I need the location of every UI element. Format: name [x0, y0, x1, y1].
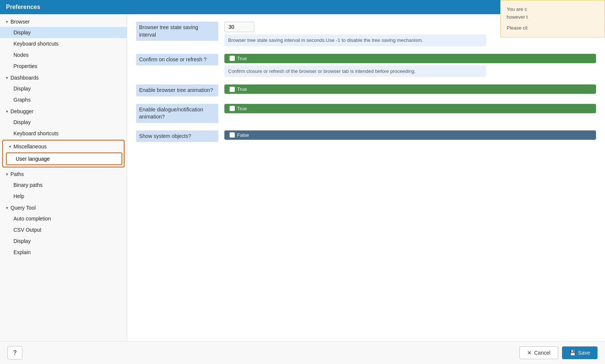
- browser-tree-animation-toggle[interactable]: True: [224, 84, 596, 94]
- sidebar-item-user-language[interactable]: User language: [6, 152, 122, 165]
- sidebar-group-debugger[interactable]: ▾ Debugger: [0, 105, 127, 117]
- sidebar-group-browser[interactable]: ▾ Browser: [0, 16, 127, 27]
- dialog-title: Preferences: [6, 4, 40, 10]
- notification-line3: Please cli: [507, 24, 599, 32]
- sidebar-group-miscellaneous[interactable]: ▾ Miscellaneous: [3, 141, 124, 152]
- sidebar-group-debugger-label: Debugger: [10, 108, 34, 114]
- sidebar-group-miscellaneous-container: ▾ Miscellaneous User language: [2, 140, 125, 167]
- preferences-dialog: Preferences You are c however t Please c…: [0, 0, 605, 364]
- sidebar-item-csv-output[interactable]: CSV Output: [0, 224, 127, 235]
- save-button[interactable]: 💾 Save: [562, 346, 598, 359]
- toggle-knob-icon-2: [230, 87, 235, 92]
- dialogue-animation-toggle-label: True: [237, 106, 247, 111]
- show-system-toggle-label: False: [237, 132, 249, 138]
- cancel-label: Cancel: [534, 350, 550, 356]
- dialogue-animation-toggle[interactable]: True: [224, 104, 596, 113]
- pref-label-show-system: Show system objects?: [136, 130, 218, 142]
- confirm-close-toggle-label: True: [237, 56, 247, 61]
- sidebar-group-query-tool-label: Query Tool: [10, 205, 36, 211]
- pref-row-dialogue-animation: Enable dialogue/notification animation? …: [136, 104, 596, 123]
- pref-desc-confirm-close: Confirm closure or refresh of the browse…: [224, 65, 486, 77]
- sidebar-item-auto-completion[interactable]: Auto completion: [0, 213, 127, 224]
- save-label: Save: [578, 350, 590, 356]
- cancel-button[interactable]: ✕ Cancel: [519, 346, 558, 359]
- sidebar-item-binary-paths[interactable]: Binary paths: [0, 179, 127, 191]
- browser-tree-animation-toggle-label: True: [237, 86, 247, 92]
- dialog-footer: ? ✕ Cancel 💾 Save: [0, 341, 605, 364]
- pref-label-confirm-close: Confirm on close or refresh ?: [136, 54, 218, 66]
- sidebar-item-debug-keyboard[interactable]: Keyboard shortcuts: [0, 128, 127, 139]
- sidebar: ▾ Browser Display Keyboard shortcuts Nod…: [0, 14, 127, 341]
- confirm-close-toggle[interactable]: True: [224, 54, 596, 63]
- sidebar-group-paths[interactable]: ▾ Paths: [0, 168, 127, 179]
- main-content: Browser tree state saving interval Brows…: [127, 14, 605, 341]
- sidebar-group-query-tool[interactable]: ▾ Query Tool: [0, 202, 127, 213]
- sidebar-group-dashboards[interactable]: ▾ Dashboards: [0, 72, 127, 83]
- sidebar-item-debug-display[interactable]: Display: [0, 117, 127, 128]
- sidebar-group-dashboards-label: Dashboards: [10, 75, 39, 81]
- pref-row-confirm-close: Confirm on close or refresh ? True Confi…: [136, 54, 596, 77]
- pref-control-browser-tree-animation: True: [224, 84, 596, 94]
- pref-control-confirm-close: True Confirm closure or refresh of the b…: [224, 54, 596, 77]
- sidebar-group-paths-label: Paths: [10, 171, 24, 177]
- chevron-down-icon-2: ▾: [6, 75, 8, 80]
- sidebar-group-miscellaneous-label: Miscellaneous: [13, 144, 47, 149]
- chevron-down-icon-3: ▾: [6, 109, 8, 114]
- pref-label-browser-tree-state: Browser tree state saving interval: [136, 22, 218, 41]
- pref-row-browser-tree-animation: Enable browser tree animation? True: [136, 84, 596, 96]
- chevron-down-icon: ▾: [6, 19, 8, 24]
- pref-control-dialogue-animation: True: [224, 104, 596, 113]
- sidebar-item-graphs[interactable]: Graphs: [0, 94, 127, 105]
- sidebar-item-display[interactable]: Display: [0, 27, 127, 38]
- notification-line2: however t: [507, 13, 599, 21]
- sidebar-item-explain[interactable]: Explain: [0, 247, 127, 258]
- save-icon: 💾: [569, 350, 576, 356]
- help-button[interactable]: ?: [7, 346, 22, 360]
- notification-popup: You are c however t Please cli: [500, 0, 605, 37]
- sidebar-item-help[interactable]: Help: [0, 191, 127, 202]
- cancel-icon: ✕: [527, 350, 532, 356]
- sidebar-group-browser-label: Browser: [10, 19, 30, 25]
- footer-actions: ✕ Cancel 💾 Save: [519, 346, 598, 359]
- chevron-down-icon-6: ▾: [6, 206, 8, 210]
- pref-row-show-system: Show system objects? False: [136, 130, 596, 142]
- sidebar-item-keyboard-shortcuts[interactable]: Keyboard shortcuts: [0, 38, 127, 49]
- pref-desc-browser-tree-state: Browser tree state saving interval in se…: [224, 34, 486, 46]
- help-icon: ?: [13, 349, 17, 356]
- notification-line1: You are c: [507, 6, 599, 13]
- chevron-down-icon-4: ▾: [9, 144, 11, 149]
- pref-label-browser-tree-animation: Enable browser tree animation?: [136, 84, 218, 96]
- pref-label-dialogue-animation: Enable dialogue/notification animation?: [136, 104, 218, 123]
- sidebar-item-properties[interactable]: Properties: [0, 61, 127, 72]
- show-system-toggle[interactable]: False: [224, 130, 596, 140]
- toggle-knob-icon-4: [230, 132, 235, 138]
- sidebar-item-nodes[interactable]: Nodes: [0, 49, 127, 61]
- sidebar-item-dash-display[interactable]: Display: [0, 83, 127, 94]
- chevron-down-icon-5: ▾: [6, 172, 8, 177]
- toggle-knob-icon-3: [230, 106, 235, 111]
- sidebar-item-qt-display[interactable]: Display: [0, 235, 127, 247]
- pref-control-show-system: False: [224, 130, 596, 140]
- browser-tree-state-input[interactable]: [224, 22, 254, 32]
- dialog-body: ▾ Browser Display Keyboard shortcuts Nod…: [0, 14, 605, 341]
- toggle-knob-icon: [230, 56, 235, 61]
